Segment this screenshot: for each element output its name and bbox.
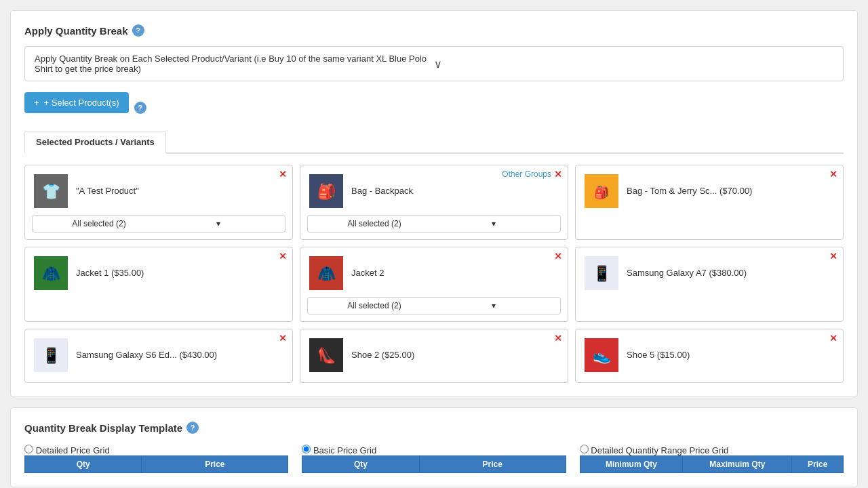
- price-grid-col-basic: Basic Price Grid QtyPrice: [302, 445, 566, 473]
- display-template-title: Quantity Break Display Template ?: [24, 422, 844, 434]
- svg-text:👟: 👟: [592, 346, 611, 365]
- variant-chevron-icon: ▾: [434, 219, 553, 228]
- product-card-shoe2: ✕ 👠 Shoe 2 ($25.00): [300, 329, 568, 383]
- variant-label-test-product: All selected (2): [39, 219, 159, 228]
- product-row-shoe5: 👟 Shoe 5 ($15.00): [583, 336, 836, 373]
- apply-qty-break-help-icon[interactable]: ?: [132, 24, 144, 37]
- price-grid-col-detailed: Detailed Price Grid QtyPrice: [24, 445, 288, 473]
- product-name-bag-backpack: Bag - Backpack: [351, 186, 413, 196]
- qty-break-dropdown-value: Apply Quantity Break on Each Selected Pr…: [35, 54, 434, 74]
- remove-button-jacket2[interactable]: ✕: [554, 251, 562, 261]
- product-row-test-product: 👕 "A Test Product": [32, 172, 285, 209]
- product-image-bag-tom-jerry: 🎒: [583, 172, 620, 209]
- product-name-shoe2: Shoe 2 ($25.00): [351, 350, 414, 360]
- price-grid-option-basic[interactable]: Basic Price Grid: [302, 445, 376, 455]
- product-image-bag-backpack: 🎒: [307, 172, 344, 209]
- variant-dropdown-jacket2[interactable]: All selected (2) ▾: [307, 297, 561, 314]
- display-template-help-icon[interactable]: ?: [186, 422, 199, 434]
- variant-chevron-icon: ▾: [434, 301, 553, 310]
- apply-qty-break-card: Apply Quantity Break ? Apply Quantity Br…: [10, 10, 858, 397]
- remove-button-samsung-s6[interactable]: ✕: [279, 333, 287, 343]
- price-grid-table-detailed-range: Minimum QtyMaximuim QtyPrice: [580, 455, 844, 473]
- svg-text:🧥: 🧥: [41, 264, 60, 283]
- radio-detailed-range[interactable]: [580, 445, 589, 453]
- tab-label: Selected Products / Variants: [36, 137, 155, 147]
- product-card-samsung-s6: ✕ 📱 Samsung Galaxy S6 Ed... ($430.00): [24, 329, 293, 383]
- price-grid-table-basic: QtyPrice: [302, 455, 566, 473]
- table-header-row: QtyPrice: [302, 456, 566, 473]
- product-image-shoe5: 👟: [583, 336, 620, 373]
- svg-text:📱: 📱: [592, 264, 611, 283]
- product-name-samsung-a7: Samsung Galaxy A7 ($380.00): [627, 268, 747, 278]
- product-name-samsung-s6: Samsung Galaxy S6 Ed... ($430.00): [76, 350, 217, 360]
- remove-button-shoe5[interactable]: ✕: [829, 333, 837, 343]
- other-groups-link-bag-backpack[interactable]: Other Groups: [502, 169, 551, 179]
- table-header: Price: [142, 456, 288, 473]
- variant-dropdown-test-product[interactable]: All selected (2) ▾: [32, 215, 285, 232]
- product-image-jacket1: 🧥: [32, 254, 69, 291]
- product-row-bag-tom-jerry: 🎒 Bag - Tom & Jerry Sc... ($70.00): [583, 172, 836, 209]
- product-name-shoe5: Shoe 5 ($15.00): [627, 350, 690, 360]
- variant-chevron-icon: ▾: [159, 219, 278, 228]
- remove-button-shoe2[interactable]: ✕: [554, 333, 562, 343]
- table-header: Price: [792, 456, 844, 473]
- product-row-samsung-a7: 📱 Samsung Galaxy A7 ($380.00): [583, 254, 836, 291]
- product-card-samsung-a7: ✕ 📱 Samsung Galaxy A7 ($380.00): [575, 247, 844, 322]
- price-grid-options: Detailed Price Grid QtyPrice Basic Price…: [24, 445, 844, 473]
- table-header-row: QtyPrice: [25, 456, 288, 473]
- qty-break-display-card: Quantity Break Display Template ? Detail…: [10, 407, 858, 487]
- product-row-shoe2: 👠 Shoe 2 ($25.00): [307, 336, 561, 373]
- price-grid-table-detailed: QtyPrice: [24, 455, 288, 473]
- price-grid-label-basic: Basic Price Grid: [313, 445, 376, 455]
- price-grid-option-detailed-range[interactable]: Detailed Quantity Range Price Grid: [580, 445, 729, 455]
- variant-label-bag-backpack: All selected (2): [315, 219, 434, 228]
- radio-detailed[interactable]: [24, 445, 33, 453]
- qty-break-dropdown[interactable]: Apply Quantity Break on Each Selected Pr…: [24, 46, 844, 81]
- select-products-help-icon[interactable]: ?: [134, 102, 146, 114]
- table-header: Maximuim Qty: [683, 456, 792, 473]
- svg-text:🎒: 🎒: [594, 185, 610, 200]
- plus-icon: +: [34, 98, 39, 108]
- product-name-bag-tom-jerry: Bag - Tom & Jerry Sc... ($70.00): [627, 186, 752, 196]
- product-image-test-product: 👕: [32, 172, 69, 209]
- svg-text:📱: 📱: [41, 346, 60, 365]
- product-card-test-product: ✕ 👕 "A Test Product" All selected (2) ▾: [24, 165, 293, 240]
- price-grid-label-detailed: Detailed Price Grid: [36, 445, 110, 455]
- variant-dropdown-bag-backpack[interactable]: All selected (2) ▾: [307, 215, 561, 232]
- select-products-button[interactable]: + + Select Product(s): [24, 92, 129, 113]
- product-card-bag-tom-jerry: ✕ 🎒 Bag - Tom & Jerry Sc... ($70.00): [575, 165, 844, 240]
- product-row-jacket1: 🧥 Jacket 1 ($35.00): [32, 254, 285, 291]
- apply-qty-break-title: Apply Quantity Break ?: [24, 24, 844, 37]
- table-header: Qty: [25, 456, 142, 473]
- remove-button-jacket1[interactable]: ✕: [279, 251, 287, 261]
- radio-basic[interactable]: [302, 445, 311, 453]
- remove-button-samsung-a7[interactable]: ✕: [829, 251, 837, 261]
- tab-selected-products[interactable]: Selected Products / Variants: [24, 131, 166, 154]
- remove-button-bag-backpack[interactable]: ✕: [554, 169, 562, 179]
- svg-text:🧥: 🧥: [317, 264, 336, 283]
- price-grid-label-detailed-range: Detailed Quantity Range Price Grid: [591, 445, 728, 455]
- price-grid-col-detailed-range: Detailed Quantity Range Price Grid Minim…: [580, 445, 844, 473]
- table-header: Qty: [302, 456, 419, 473]
- product-card-bag-backpack: Other Groups ✕ 🎒 Bag - Backpack All sele…: [300, 165, 568, 240]
- product-card-jacket1: ✕ 🧥 Jacket 1 ($35.00): [24, 247, 293, 322]
- product-image-samsung-a7: 📱: [583, 254, 620, 291]
- table-header: Price: [419, 456, 566, 473]
- product-card-shoe5: ✕ 👟 Shoe 5 ($15.00): [575, 329, 844, 383]
- product-row-jacket2: 🧥 Jacket 2: [307, 254, 561, 291]
- product-name-jacket2: Jacket 2: [351, 268, 384, 278]
- product-image-samsung-s6: 📱: [32, 336, 69, 373]
- select-products-label: + Select Product(s): [44, 98, 119, 108]
- product-image-jacket2: 🧥: [307, 254, 344, 291]
- table-header: Minimum Qty: [580, 456, 683, 473]
- product-image-shoe2: 👠: [307, 336, 344, 373]
- price-grid-option-detailed[interactable]: Detailed Price Grid: [24, 445, 110, 455]
- remove-button-bag-tom-jerry[interactable]: ✕: [829, 169, 837, 179]
- remove-button-test-product[interactable]: ✕: [279, 169, 287, 179]
- product-name-test-product: "A Test Product": [76, 186, 139, 196]
- svg-text:👕: 👕: [41, 182, 60, 201]
- display-title-text: Quantity Break Display Template: [24, 422, 182, 434]
- title-text: Apply Quantity Break: [24, 25, 128, 37]
- products-grid: ✕ 👕 "A Test Product" All selected (2) ▾ …: [24, 165, 844, 383]
- svg-text:🎒: 🎒: [317, 182, 336, 201]
